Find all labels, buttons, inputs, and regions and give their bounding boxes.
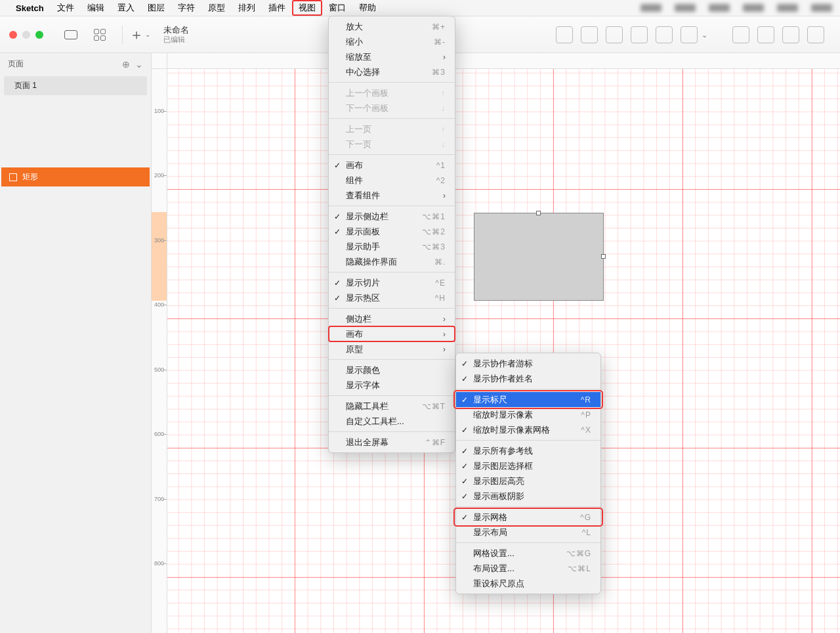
ungroup-button[interactable] xyxy=(631,26,648,43)
menu-文件[interactable]: 文件 xyxy=(51,0,81,16)
menu-item: 上一页↑ xyxy=(329,121,455,137)
menu-item[interactable]: ✓显示协作者游标 xyxy=(456,356,600,371)
menu-item[interactable]: ✓缩放时显示像素网格^X xyxy=(456,422,600,437)
transform-button[interactable] xyxy=(656,26,673,43)
menu-item[interactable]: 侧边栏› xyxy=(329,311,455,326)
shortcut-label: ^E xyxy=(415,278,446,288)
menu-item[interactable]: 原型› xyxy=(329,341,455,357)
add-page-icon[interactable]: ⊕ xyxy=(122,59,130,70)
menu-item-label: 侧边栏 xyxy=(346,313,371,325)
distribute-button[interactable] xyxy=(581,26,598,43)
menu-item[interactable]: ✓显示所有参考线 xyxy=(456,443,600,458)
menu-item[interactable]: 画布› xyxy=(329,326,455,341)
menu-排列[interactable]: 排列 xyxy=(232,0,262,16)
menu-item-label: 重设标尺原点 xyxy=(473,578,524,590)
menu-item-label: 下一页 xyxy=(346,139,371,150)
shortcut-label: ^2 xyxy=(417,176,446,185)
menu-编辑[interactable]: 编辑 xyxy=(81,0,111,16)
menu-item-label: 隐藏工具栏 xyxy=(346,401,388,412)
canvas-submenu[interactable]: ✓显示协作者游标✓显示协作者姓名✓显示标尺^R缩放时显示像素^P✓缩放时显示像素… xyxy=(455,353,601,594)
menu-item[interactable]: ✓显示网格^G xyxy=(456,510,600,525)
menu-字符[interactable]: 字符 xyxy=(171,0,201,16)
document-title: 未命名 已编辑 xyxy=(153,25,189,44)
menu-item[interactable]: ✓显示面板⌥⌘2 xyxy=(329,224,455,239)
menu-item[interactable]: 放大⌘+ xyxy=(329,19,455,34)
artboard-tool-button[interactable] xyxy=(58,22,84,48)
menu-item[interactable]: 中心选择⌘3 xyxy=(329,64,455,79)
menu-item[interactable]: 自定义工具栏... xyxy=(329,414,455,429)
submenu-arrow-icon: › xyxy=(423,53,446,62)
menu-item[interactable]: 缩放至› xyxy=(329,49,455,64)
align-button[interactable] xyxy=(556,26,573,43)
menu-item[interactable]: 组件^2 xyxy=(329,173,455,188)
menu-窗口[interactable]: 窗口 xyxy=(322,0,352,16)
menu-item[interactable]: 隐藏操作界面⌘. xyxy=(329,254,455,269)
shortcut-label: ⌥⌘3 xyxy=(402,242,446,251)
menu-item-label: 查看组件 xyxy=(346,190,380,202)
shortcut-label: ⌘. xyxy=(415,257,446,267)
group-button[interactable] xyxy=(606,26,623,43)
app-name[interactable]: Sketch xyxy=(16,3,44,13)
menu-item[interactable]: 显示助手⌥⌘3 xyxy=(329,239,455,254)
shortcut-label: ^X xyxy=(561,426,591,435)
menu-插件[interactable]: 插件 xyxy=(262,0,292,16)
menu-item[interactable]: 缩小⌘- xyxy=(329,34,455,49)
ruler-tick: 700 xyxy=(152,496,167,502)
insert-button[interactable]: ＋⌄ xyxy=(127,22,153,48)
resize-button[interactable] xyxy=(681,26,698,43)
menu-item[interactable]: 显示颜色 xyxy=(329,362,455,378)
rectangle-shape[interactable] xyxy=(474,213,604,301)
minimize-icon[interactable] xyxy=(22,31,30,39)
menu-item[interactable]: 布局设置...⌥⌘L xyxy=(456,561,600,576)
resize-handle-n[interactable] xyxy=(536,211,541,215)
view-menu-dropdown[interactable]: 放大⌘+缩小⌘-缩放至›中心选择⌘3上一个画板↑下一个画板↓上一页↑下一页↓✓画… xyxy=(328,16,455,453)
collapse-icon[interactable]: ⌄ xyxy=(135,59,143,70)
ruler-horizontal[interactable] xyxy=(167,53,840,69)
components-view-button[interactable] xyxy=(87,22,113,48)
menu-item[interactable]: ✓显示画板阴影 xyxy=(456,489,600,504)
shortcut-label: ^1 xyxy=(417,161,446,170)
menu-帮助[interactable]: 帮助 xyxy=(352,0,383,16)
menu-item[interactable]: ✓显示侧边栏⌥⌘1 xyxy=(329,209,455,224)
union-button[interactable] xyxy=(732,26,749,43)
zoom-icon[interactable] xyxy=(35,31,43,39)
check-icon: ✓ xyxy=(461,513,468,522)
ruler-corner[interactable] xyxy=(152,53,167,69)
menu-item-label: 放大 xyxy=(346,21,363,33)
menu-item[interactable]: 退出全屏幕⌃⌘F xyxy=(329,435,455,450)
page-item[interactable]: 页面 1 xyxy=(4,76,147,95)
menu-item: 上一个画板↑ xyxy=(329,85,455,100)
difference-button[interactable] xyxy=(807,26,824,43)
rectangle-icon xyxy=(9,173,17,181)
menu-item[interactable]: ✓显示协作者姓名 xyxy=(456,371,600,386)
menu-item-label: 组件 xyxy=(346,175,363,186)
menu-item[interactable]: ✓显示切片^E xyxy=(329,275,455,290)
close-icon[interactable] xyxy=(9,31,17,39)
menu-视图[interactable]: 视图 xyxy=(292,0,322,16)
menu-item[interactable]: ✓显示图层选择框 xyxy=(456,458,600,473)
menu-item[interactable]: 隐藏工具栏⌥⌘T xyxy=(329,399,455,414)
menu-item-label: 上一页 xyxy=(346,123,371,135)
menu-item[interactable]: ✓显示图层高亮 xyxy=(456,473,600,489)
menu-item[interactable]: 显示布局^L xyxy=(456,525,600,540)
intersect-button[interactable] xyxy=(782,26,799,43)
menu-item[interactable]: ✓画布^1 xyxy=(329,158,455,173)
submenu-arrow-icon: › xyxy=(423,330,446,339)
menu-item[interactable]: 缩放时显示像素^P xyxy=(456,407,600,422)
menu-item-label: 显示热区 xyxy=(346,292,380,304)
menu-图层[interactable]: 图层 xyxy=(141,0,171,16)
menu-item[interactable]: 重设标尺原点 xyxy=(456,576,600,591)
window-controls[interactable] xyxy=(0,31,52,39)
ruler-vertical[interactable]: 100200300400500600700800 xyxy=(152,69,167,633)
menu-item[interactable]: 查看组件› xyxy=(329,188,455,203)
menu-item[interactable]: ✓显示热区^H xyxy=(329,290,455,305)
menu-原型[interactable]: 原型 xyxy=(201,0,232,16)
menu-置入[interactable]: 置入 xyxy=(111,0,141,16)
menu-item[interactable]: ✓显示标尺^R xyxy=(456,392,600,407)
resize-handle-e[interactable] xyxy=(601,254,606,259)
layer-item-selected[interactable]: 矩形 xyxy=(1,167,150,186)
subtract-button[interactable] xyxy=(757,26,774,43)
menu-item[interactable]: 显示字体 xyxy=(329,378,455,393)
menu-item[interactable]: 网格设置...⌥⌘G xyxy=(456,546,600,561)
shortcut-label: ^R xyxy=(561,395,591,404)
